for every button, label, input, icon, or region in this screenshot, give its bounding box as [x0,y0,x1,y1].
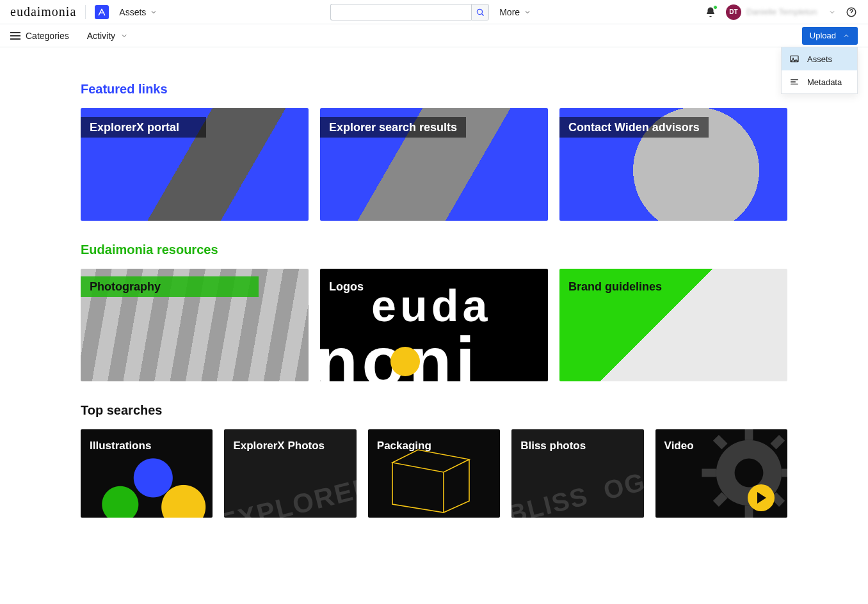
lines-icon [789,77,800,87]
user-menu[interactable]: DT Danielle Templeton [726,4,836,20]
app-badge-icon[interactable] [95,5,109,19]
upload-button[interactable]: Upload [802,27,858,45]
secbar-left: Categories Activity [10,31,128,41]
search-card-video[interactable]: Video [655,429,787,518]
categories-label: Categories [26,31,69,41]
brand-logo: eudaimonia [10,4,76,19]
topbar-right: DT Danielle Templeton [704,4,858,20]
upload-label: Upload [810,31,836,40]
card-label: ExplorerX portal [81,117,206,138]
more-label: More [499,7,520,17]
card-label: Explorer search results [320,117,466,138]
search-button[interactable] [471,4,489,20]
upload-menu-label: Assets [807,54,832,64]
featured-card-explorer-search[interactable]: Explorer search results [320,108,548,221]
section-title-resources: Eudaimonia resources [81,242,787,257]
chevron-down-icon [828,8,836,16]
help-icon [846,6,857,18]
help-button[interactable] [845,6,858,19]
card-label: Illustrations [81,436,160,456]
resources-row: Photography euda noni Logos Brand guidel… [81,269,787,381]
card-label: Photography [81,276,259,297]
activity-label: Activity [87,31,115,41]
chevron-up-icon [842,32,850,40]
search-card-illustrations[interactable]: Illustrations [81,429,213,518]
avatar: DT [726,4,741,20]
svg-rect-9 [782,469,787,477]
play-icon [748,484,775,511]
featured-card-explorerx-portal[interactable]: ExplorerX portal [81,108,309,221]
svg-rect-10 [713,435,728,450]
image-icon [789,54,800,64]
chevron-down-icon [524,8,531,16]
chevron-down-icon [120,32,128,40]
secondary-bar: Categories Activity Upload Assets Metada… [0,24,868,47]
notifications-button[interactable] [704,6,717,19]
assets-dropdown-label: Assets [119,7,146,17]
section-title-top-searches: Top searches [81,403,787,418]
svg-point-0 [478,9,483,14]
search-card-explorerx-photos[interactable]: ExplorerX Photos [224,429,356,518]
search-wrap [330,4,489,20]
card-label: Contact Widen advisors [559,117,709,138]
card-label: Bliss photos [511,436,595,456]
upload-menu-label: Metadata [807,77,842,87]
card-label: ExplorerX Photos [224,436,334,456]
notification-dot-icon [713,5,718,10]
top-searches-row: Illustrations ExplorerX Photos Packaging… [81,429,787,518]
user-name: Danielle Templeton [746,7,823,17]
categories-button[interactable]: Categories [10,31,69,41]
upload-menu: Assets Metadata [781,47,858,94]
featured-row: ExplorerX portal Explorer search results… [81,108,787,221]
search-input[interactable] [330,4,471,20]
card-label: Brand guidelines [559,276,671,297]
search-card-packaging[interactable]: Packaging [368,429,500,518]
upload-menu-item-assets[interactable]: Assets [782,47,857,70]
upload-menu-item-metadata[interactable]: Metadata [782,70,857,93]
more-dropdown[interactable]: More [497,3,534,21]
chevron-down-icon [150,8,157,16]
featured-card-contact-advisors[interactable]: Contact Widen advisors [559,108,787,221]
search-icon [476,8,485,17]
svg-rect-12 [770,435,785,450]
main-content: Featured links ExplorerX portal Explorer… [76,47,792,543]
search-card-bliss-photos[interactable]: Bliss photos [511,429,643,518]
svg-point-5 [735,459,764,488]
topbar-center: More [160,3,704,21]
resource-card-logos[interactable]: euda noni Logos [320,269,548,381]
resource-card-brand-guidelines[interactable]: Brand guidelines [559,269,787,381]
activity-dropdown[interactable]: Activity [87,31,128,41]
assets-dropdown[interactable]: Assets [117,3,160,21]
topbar: eudaimonia Assets More DT Danielle Templ… [0,0,868,24]
hamburger-icon [10,32,20,40]
gear-icon [698,429,787,518]
divider [85,5,86,19]
svg-rect-6 [745,429,753,440]
card-label: Packaging [368,436,440,456]
card-label: Logos [320,276,373,297]
resource-card-photography[interactable]: Photography [81,269,309,381]
svg-rect-8 [702,469,716,477]
section-title-featured: Featured links [81,82,787,97]
card-label: Video [655,436,703,456]
